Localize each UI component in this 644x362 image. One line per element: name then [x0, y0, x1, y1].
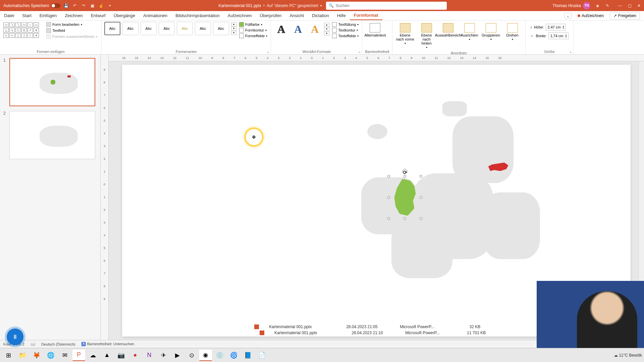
slide-thumbnails-panel[interactable]: 1 2	[0, 55, 101, 340]
tab-start[interactable]: Start	[18, 11, 35, 20]
auswahlbereich-button[interactable]: Auswahlbereich	[438, 22, 458, 39]
tab-uebergaenge[interactable]: Übergänge	[110, 11, 139, 20]
tab-animationen[interactable]: Animationen	[139, 11, 171, 20]
telegram-icon[interactable]: ✈	[157, 350, 170, 361]
tab-ueberpruefen[interactable]: Überprüfen	[256, 11, 285, 20]
gruppieren-button[interactable]: Gruppieren▾	[481, 22, 501, 42]
redo-icon[interactable]: ↷	[80, 3, 87, 9]
slide-thumbnail-2[interactable]	[9, 111, 95, 159]
close-button[interactable]: ✕	[637, 3, 641, 8]
resize-handle[interactable]	[387, 196, 390, 199]
start-button[interactable]: ⊞	[2, 350, 15, 361]
obs-icon[interactable]: ◉	[199, 350, 212, 361]
qat-more-icon[interactable]: ▾	[107, 3, 113, 9]
app-icon[interactable]: 💿	[213, 350, 226, 361]
app-icon[interactable]: 📷	[115, 350, 127, 361]
launcher-icon[interactable]: ↘	[267, 50, 269, 54]
tab-entwurf[interactable]: Entwurf	[87, 11, 110, 20]
tab-hilfe[interactable]: Hilfe	[333, 11, 350, 20]
textfuellung-button[interactable]: Textfüllung ▾	[331, 22, 359, 27]
tab-bildschirm[interactable]: Bildschirmpräsentation	[171, 11, 224, 20]
spellcheck-icon[interactable]: 📖	[31, 342, 35, 346]
wordart-gallery[interactable]: A A A ▴▾▾	[274, 22, 329, 37]
freigeben-button[interactable]: ↗ Freigeben	[610, 12, 640, 19]
ausrichten-button[interactable]: Ausrichten▾	[460, 22, 480, 42]
style-more-icon[interactable]: ▴▾▾	[231, 22, 236, 35]
group-anordnen: Ebene nach vorne▾ Ebene nach hinten▾ Aus…	[392, 20, 526, 54]
edge-icon[interactable]: 🌀	[227, 350, 240, 361]
ruler-horizontal: 1615141312111098765432101234567891011121…	[109, 55, 644, 61]
ebene-vorne-button[interactable]: Ebene nach vorne▾	[395, 22, 415, 46]
thumb-number: 1	[3, 58, 7, 106]
shape-style-gallery[interactable]: Abc Abc Abc Abc Abc Abc Abc ▴▾▾	[104, 22, 236, 35]
app-icon[interactable]: ▶	[171, 350, 184, 361]
app-icon[interactable]: 📄	[256, 350, 268, 361]
tab-dictation[interactable]: Dictation	[308, 11, 333, 20]
user-account[interactable]: Thomas Hruska TH	[552, 2, 590, 9]
formkontur-button[interactable]: Formkontur ▾	[238, 27, 268, 33]
tab-aufzeichnen[interactable]: Aufzeichnen	[224, 11, 256, 20]
form-bearbeiten-button[interactable]: Form bearbeiten ▾	[45, 22, 99, 27]
drehen-button[interactable]: Drehen▾	[502, 22, 523, 42]
texteffekte-button[interactable]: Texteffekte ▾	[331, 33, 359, 39]
teams-icon[interactable]: ◈	[594, 3, 600, 9]
pen-icon[interactable]: ✎	[604, 3, 610, 9]
vlc-icon[interactable]: ▲	[101, 350, 113, 361]
ebene-hinten-button[interactable]: Ebene nach hinten▾	[417, 22, 437, 50]
height-icon: ↕	[530, 25, 532, 29]
group-wordart: A A A ▴▾▾ Textfüllung ▾ Textkontur ▾ Tex…	[271, 20, 362, 54]
alternativtext-button[interactable]: Alternativtext	[365, 22, 385, 39]
powerpoint-icon[interactable]: P	[72, 350, 85, 361]
wordart-more-icon[interactable]: ▴▾▾	[324, 23, 329, 36]
weather-widget[interactable]: ☁ 11°C Bewölk	[614, 353, 642, 358]
launcher-icon[interactable]: ↘	[569, 50, 572, 54]
tab-einfuegen[interactable]: Einfügen	[36, 11, 61, 20]
outlook-icon[interactable]: ✉	[58, 350, 71, 361]
launcher-icon[interactable]: ↘	[358, 50, 361, 54]
tab-datei[interactable]: Datei	[0, 11, 18, 20]
firefox-icon[interactable]: 🦊	[30, 350, 43, 361]
textkontur-button[interactable]: Textkontur ▾	[331, 27, 359, 33]
touch-mode-icon[interactable]: ☝	[98, 3, 104, 9]
tab-formformat[interactable]: Formformat	[350, 11, 382, 20]
app-icon[interactable]: ☁	[87, 350, 99, 361]
app-icon[interactable]: ●	[129, 350, 142, 361]
group-label: Größe↘	[528, 49, 571, 54]
document-title[interactable]: Kartenmaterial 001.pptx • Auf "diesem PC…	[218, 3, 322, 8]
width-input[interactable]: 1,74 cm▲▼	[548, 33, 569, 39]
explorer-icon[interactable]: 📁	[16, 350, 29, 361]
search-box[interactable]: 🔍	[326, 2, 447, 10]
formeffekte-button[interactable]: Formeffekte ▾	[238, 33, 268, 39]
undo-icon[interactable]: ↶	[72, 3, 78, 9]
autosave-toggle[interactable]: Automatisches Speichern	[3, 3, 60, 8]
from-start-icon[interactable]: ▣	[89, 3, 95, 9]
recording-pause-button[interactable]: ⏸	[7, 328, 23, 345]
height-input[interactable]: 2,47 cm▲▼	[546, 24, 566, 31]
rotate-icon	[507, 23, 518, 33]
accessibility-button[interactable]: ♿ Barrierefreiheit: Untersuchen	[81, 342, 134, 346]
bring-forward-icon	[400, 23, 411, 33]
fuellfarbe-button[interactable]: Füllfarbe ▾	[238, 22, 268, 27]
app-icon[interactable]: ⊙	[185, 350, 198, 361]
ribbon: ▭╲╲▭○▭ △↘⬡G↗▾ ∿∿{}☆▾ Form bearbeiten ▾ T…	[0, 20, 644, 55]
resize-handle[interactable]	[404, 175, 406, 178]
search-input[interactable]	[336, 3, 444, 8]
collapse-ribbon-icon[interactable]: ⌄	[564, 13, 572, 18]
onenote-icon[interactable]: N	[143, 350, 156, 361]
slide-thumbnail-1[interactable]	[9, 58, 95, 106]
app-icon[interactable]: 📘	[241, 350, 254, 361]
save-icon[interactable]: 💾	[63, 3, 69, 9]
maximize-button[interactable]: ▢	[627, 3, 632, 8]
minimize-button[interactable]: —	[618, 3, 623, 8]
aufzeichnen-button[interactable]: Aufzeichnen	[575, 13, 606, 19]
resize-handle[interactable]	[387, 175, 390, 178]
tab-ansicht[interactable]: Ansicht	[285, 11, 308, 20]
europe-map[interactable]	[351, 97, 554, 288]
textfeld-button[interactable]: Textfeld	[45, 28, 99, 33]
germany-shape-selected[interactable]: ⟳	[391, 179, 418, 216]
rotate-handle[interactable]: ⟳	[402, 169, 407, 174]
tab-zeichnen[interactable]: Zeichnen	[61, 11, 87, 20]
chrome-icon[interactable]: 🌐	[44, 350, 57, 361]
language-button[interactable]: Deutsch (Österreich)	[41, 342, 75, 346]
shapes-gallery[interactable]: ▭╲╲▭○▭ △↘⬡G↗▾ ∿∿{}☆▾	[3, 22, 43, 39]
